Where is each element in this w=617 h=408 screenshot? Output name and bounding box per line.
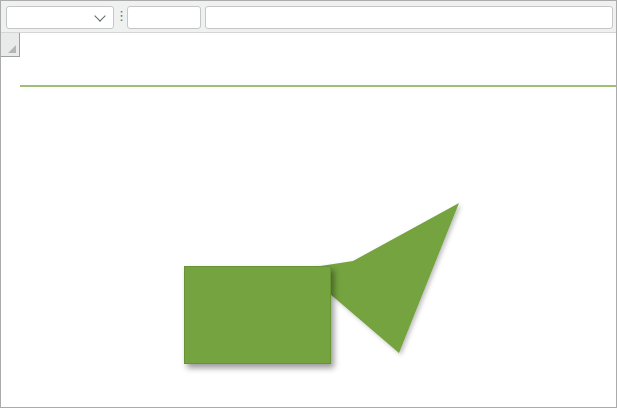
name-box[interactable] [6,6,114,29]
formula-input[interactable] [205,6,613,29]
callout-box [184,266,331,364]
excel-window: ⋮ [0,0,617,408]
formula-buttons [127,6,201,29]
title-row [20,57,617,87]
select-all-corner[interactable] [1,33,20,57]
formula-bar: ⋮ [1,1,617,33]
chevron-down-icon[interactable] [94,10,105,21]
